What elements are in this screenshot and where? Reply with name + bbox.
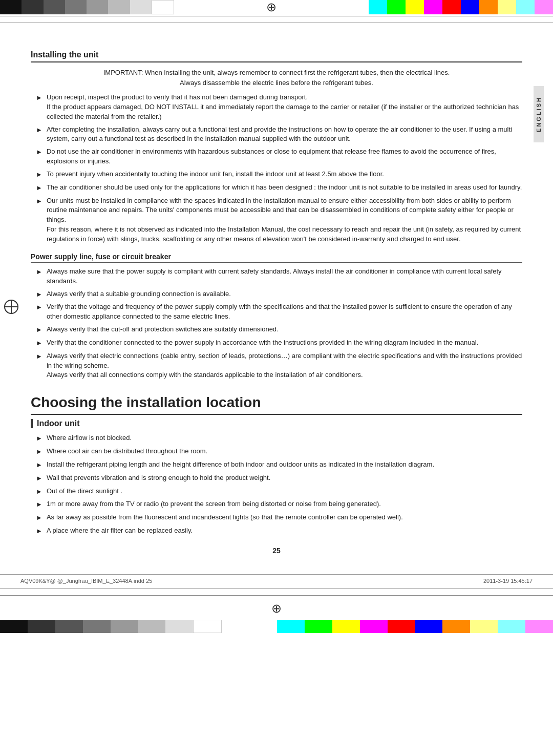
color-block (332, 620, 360, 633)
list-item-text: Do not use the air conditioner in enviro… (47, 147, 522, 166)
bullet-arrow-icon: ► (36, 487, 42, 497)
bullet-arrow-icon: ► (36, 325, 42, 335)
spacer (222, 620, 277, 633)
color-block (442, 0, 461, 14)
color-block (387, 0, 406, 14)
color-block (130, 0, 152, 14)
bottom-marks-area (0, 597, 553, 620)
top-registration-lines (0, 16, 553, 23)
list-item-text: The air conditioner should be used only … (47, 183, 522, 193)
list-item-text: Out of the direct sunlight . (47, 487, 122, 496)
choosing-location-heading: Choosing the installation location (31, 394, 522, 415)
list-item-text: Where airflow is not blocked. (47, 433, 132, 443)
footer-right: 2011-3-19 15:45:17 (483, 578, 533, 584)
list-item: ► Where cool air can be distributed thro… (36, 447, 522, 457)
color-block (0, 620, 28, 633)
color-block (65, 0, 87, 14)
color-block (277, 620, 305, 633)
color-block (369, 0, 387, 14)
list-item-text: After completing the installation, alway… (47, 125, 522, 144)
bullet-arrow-icon: ► (36, 290, 42, 300)
list-item-text: Upon receipt, inspect the product to ver… (47, 93, 522, 122)
color-block (479, 0, 498, 14)
list-item: ► The air conditioner should be used onl… (36, 183, 522, 193)
color-block (138, 620, 166, 633)
color-block (152, 0, 174, 14)
installing-unit-heading: Installing the unit (31, 50, 522, 62)
color-block (525, 620, 553, 633)
bullet-arrow-icon: ► (36, 460, 42, 470)
bottom-registration-lines (0, 589, 553, 596)
list-item: ► Install the refrigerant piping length … (36, 460, 522, 470)
top-center-area (174, 0, 369, 14)
registration-mark-bottom (268, 600, 285, 617)
list-item: ► Verify that the conditioner connected … (36, 338, 522, 348)
color-block (424, 0, 442, 14)
color-block (498, 620, 525, 633)
bullet-arrow-icon: ► (36, 434, 42, 444)
left-color-bars (0, 0, 174, 14)
color-block (28, 620, 55, 633)
list-item-text: As far away as possible from the fluores… (47, 513, 403, 522)
bullet-arrow-icon: ► (36, 125, 42, 135)
power-supply-heading: Power supply line, fuse or circuit break… (31, 253, 522, 263)
list-item: ► Always make sure that the power supply… (36, 267, 522, 286)
color-block (388, 620, 415, 633)
bullet-arrow-icon: ► (36, 183, 42, 193)
list-item: ► After completing the installation, alw… (36, 125, 522, 144)
color-block (0, 0, 22, 14)
list-item-text: To prevent injury when accidentally touc… (47, 170, 384, 179)
list-item: ► Always verify that the cut-off and pro… (36, 325, 522, 335)
color-block (498, 0, 516, 14)
bullet-arrow-icon: ► (36, 513, 42, 523)
indoor-unit-heading: Indoor unit (31, 419, 522, 428)
footer-left: AQV09K&Y@ @_Jungfrau_IBIM_E_32448A.indd … (20, 578, 152, 584)
main-content: ENGLISH Installing the unit IMPORTANT: W… (0, 25, 553, 574)
color-block (22, 0, 43, 14)
list-item-text: Always make sure that the power supply i… (47, 267, 522, 286)
list-item: ► Always verify that electric connection… (36, 351, 522, 381)
registration-mark-top (263, 0, 280, 15)
color-block (516, 0, 535, 14)
list-item-text: Verify that the voltage and frequency of… (47, 302, 522, 322)
color-block (305, 620, 332, 633)
list-item: ► Our units must be installed in complia… (36, 196, 522, 244)
language-label: ENGLISH (534, 86, 544, 142)
list-item: ► Where airflow is not blocked. (36, 433, 522, 444)
color-block (44, 0, 65, 14)
bullet-arrow-icon: ► (36, 352, 42, 362)
color-block (165, 620, 193, 633)
list-item: ► Wall that prevents vibration and is st… (36, 473, 522, 484)
color-block (461, 0, 479, 14)
list-item-text: Verify that the conditioner connected to… (47, 338, 478, 348)
power-supply-list: ► Always make sure that the power supply… (31, 267, 522, 380)
bullet-arrow-icon: ► (36, 93, 42, 103)
list-item: ► 1m or more away from the TV or radio (… (36, 499, 522, 510)
color-block (55, 620, 83, 633)
list-item-text: Always verify that electric connections … (47, 351, 522, 381)
list-item-text: Always verify that the cut-off and prote… (47, 325, 279, 334)
right-color-bars (369, 0, 553, 14)
list-item: ► Out of the direct sunlight . (36, 487, 522, 497)
list-item-text: A place where the air filter can be repl… (47, 526, 193, 536)
bullet-arrow-icon: ► (36, 527, 42, 536)
color-block (470, 620, 498, 633)
color-block (193, 620, 222, 633)
bullet-arrow-icon: ► (36, 197, 42, 206)
bottom-color-bar-container (0, 620, 553, 633)
bullet-arrow-icon: ► (36, 339, 42, 348)
bullet-arrow-icon: ► (36, 170, 42, 180)
bullet-arrow-icon: ► (36, 303, 42, 312)
important-text: IMPORTANT: When installing the unit, alw… (31, 68, 522, 88)
list-item-text: Our units must be installed in complianc… (47, 196, 522, 244)
list-item-text: Always verify that a suitable grounding … (47, 289, 231, 299)
list-item: ► Always verify that a suitable groundin… (36, 289, 522, 300)
bullet-arrow-icon: ► (36, 267, 42, 277)
bullet-arrow-icon: ► (36, 148, 42, 157)
left-registration-mark (4, 300, 18, 316)
page-number: 25 (31, 547, 522, 555)
list-item: ► To prevent injury when accidentally to… (36, 170, 522, 180)
top-color-bar-container (0, 0, 553, 14)
color-block (83, 620, 111, 633)
color-block (442, 620, 470, 633)
